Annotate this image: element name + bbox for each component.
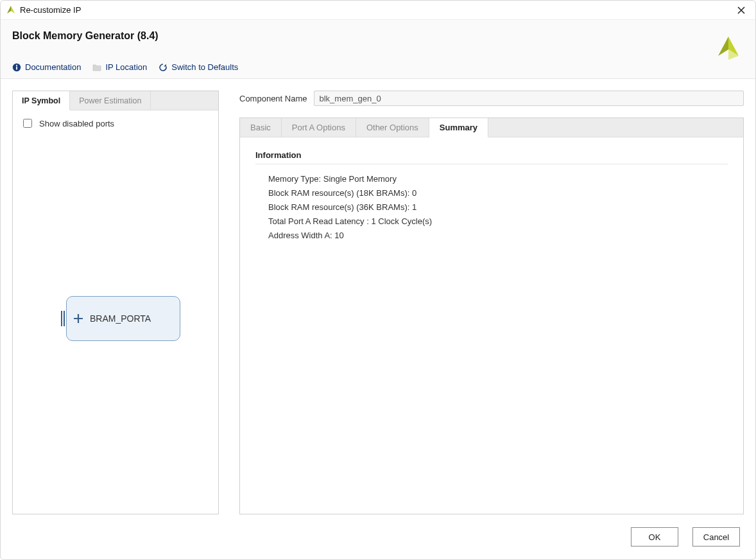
- ip-block[interactable]: BRAM_PORTA: [66, 296, 180, 341]
- port-label: BRAM_PORTA: [90, 313, 151, 324]
- left-panel: IP Symbol Power Estimation Show disabled…: [12, 91, 219, 514]
- tab-summary-label: Summary: [440, 123, 477, 132]
- header-toolbar: Documentation IP Location Switch to D: [12, 62, 744, 72]
- info-row: Total Port A Read Latency : 1 Clock Cycl…: [268, 214, 728, 229]
- show-disabled-ports-row[interactable]: Show disabled ports: [21, 117, 210, 130]
- svg-point-2: [16, 64, 17, 66]
- header-area: Block Memory Generator (8.4) Documentati…: [1, 20, 755, 79]
- close-icon[interactable]: [735, 4, 748, 17]
- footer: OK Cancel: [1, 514, 755, 559]
- information-heading: Information: [255, 150, 728, 164]
- switch-defaults-button[interactable]: Switch to Defaults: [159, 62, 238, 72]
- info-list: Memory Type: Single Port Memory Block RA…: [255, 172, 728, 243]
- tab-basic-label: Basic: [250, 123, 271, 132]
- ip-symbol-diagram: BRAM_PORTA: [61, 296, 180, 341]
- titlebar: Re-customize IP: [1, 1, 755, 20]
- show-disabled-ports-label: Show disabled ports: [39, 119, 114, 128]
- app-logo-large-icon: [716, 34, 741, 60]
- component-name-label: Component Name: [239, 94, 307, 103]
- titlebar-left: Re-customize IP: [6, 5, 81, 15]
- info-row: Memory Type: Single Port Memory: [268, 172, 728, 186]
- right-tabs-wrap: Basic Port A Options Other Options Summa…: [239, 118, 744, 514]
- switch-defaults-label: Switch to Defaults: [171, 62, 238, 72]
- left-body: Show disabled ports: [13, 110, 218, 514]
- show-disabled-ports-checkbox[interactable]: [23, 119, 32, 128]
- page-title: Block Memory Generator (8.4): [12, 30, 744, 42]
- cancel-button[interactable]: Cancel: [692, 527, 740, 547]
- left-tabs: IP Symbol Power Estimation: [13, 91, 218, 110]
- right-panel: Component Name Basic Port A Options Othe…: [239, 91, 744, 514]
- app-logo-icon: [6, 5, 16, 15]
- tab-power-estimation-label: Power Estimation: [79, 96, 141, 105]
- tab-port-a-options-label: Port A Options: [292, 123, 345, 132]
- tab-other-options[interactable]: Other Options: [356, 118, 429, 137]
- info-row: Address Width A: 10: [268, 229, 728, 243]
- body: IP Symbol Power Estimation Show disabled…: [1, 79, 755, 514]
- ok-button[interactable]: OK: [631, 527, 678, 547]
- folder-icon: [92, 63, 101, 72]
- tab-other-options-label: Other Options: [366, 123, 418, 132]
- info-row: Block RAM resource(s) (36K BRAMs): 1: [268, 200, 728, 214]
- documentation-button[interactable]: Documentation: [12, 62, 81, 72]
- tab-power-estimation[interactable]: Power Estimation: [70, 91, 151, 110]
- tab-ip-symbol[interactable]: IP Symbol: [13, 91, 70, 110]
- refresh-icon: [159, 63, 168, 72]
- documentation-label: Documentation: [25, 62, 81, 72]
- tab-summary[interactable]: Summary: [429, 118, 488, 137]
- ip-location-button[interactable]: IP Location: [92, 62, 147, 72]
- tab-port-a-options[interactable]: Port A Options: [282, 118, 356, 137]
- info-icon: [12, 63, 21, 72]
- ip-location-label: IP Location: [105, 62, 147, 72]
- tab-basic[interactable]: Basic: [240, 118, 282, 137]
- summary-content: Information Memory Type: Single Port Mem…: [240, 137, 743, 514]
- component-name-input[interactable]: [314, 91, 744, 106]
- right-tabs: Basic Port A Options Other Options Summa…: [240, 118, 743, 137]
- component-name-row: Component Name: [239, 91, 744, 106]
- tab-ip-symbol-label: IP Symbol: [22, 96, 60, 105]
- port-bus-icon: [61, 311, 65, 326]
- svg-rect-1: [16, 66, 17, 69]
- info-row: Block RAM resource(s) (18K BRAMs): 0: [268, 186, 728, 200]
- expand-plus-icon[interactable]: [73, 313, 83, 324]
- window-title: Re-customize IP: [20, 5, 81, 15]
- dialog-window: Re-customize IP Block Memory Generator (…: [0, 0, 756, 560]
